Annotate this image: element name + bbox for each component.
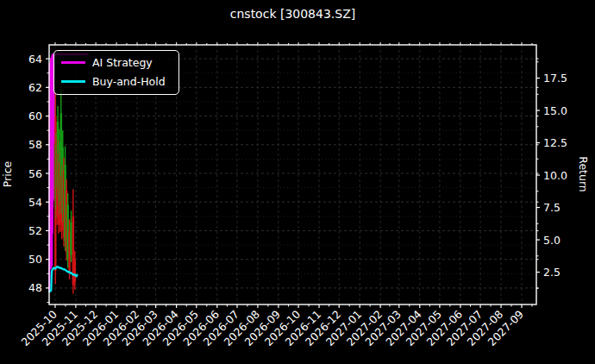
legend-label: AI Strategy <box>92 56 153 69</box>
svg-text:5.0: 5.0 <box>543 234 561 247</box>
svg-text:52: 52 <box>28 224 42 237</box>
svg-text:62: 62 <box>28 81 42 94</box>
svg-text:12.5: 12.5 <box>543 136 567 149</box>
buy-and-hold-line-swatch <box>61 80 85 83</box>
svg-text:48: 48 <box>28 281 42 294</box>
svg-text:15.0: 15.0 <box>543 104 567 117</box>
svg-text:7.5: 7.5 <box>543 201 561 214</box>
right-axis-label: Return <box>577 156 590 191</box>
svg-text:54: 54 <box>28 196 42 209</box>
legend-label: Buy-and-Hold <box>92 75 166 88</box>
left-axis-label: Price <box>1 161 14 188</box>
svg-text:17.5: 17.5 <box>543 72 567 85</box>
svg-text:58: 58 <box>28 138 42 151</box>
legend: AI Strategy Buy-and-Hold <box>53 50 179 95</box>
svg-text:60: 60 <box>28 110 42 122</box>
figure: 4850525456586062642.55.07.510.012.515.01… <box>0 0 595 364</box>
ai-strategy-line-swatch <box>61 61 85 64</box>
page-title: cnstock [300843.SZ] <box>49 7 536 21</box>
svg-text:2.5: 2.5 <box>543 266 561 279</box>
svg-text:64: 64 <box>28 53 42 66</box>
svg-text:56: 56 <box>28 167 42 180</box>
svg-text:10.0: 10.0 <box>543 169 567 182</box>
legend-item-ai-strategy: AI Strategy <box>61 56 170 69</box>
legend-item-buy-and-hold: Buy-and-Hold <box>61 75 170 88</box>
svg-text:50: 50 <box>28 253 42 266</box>
